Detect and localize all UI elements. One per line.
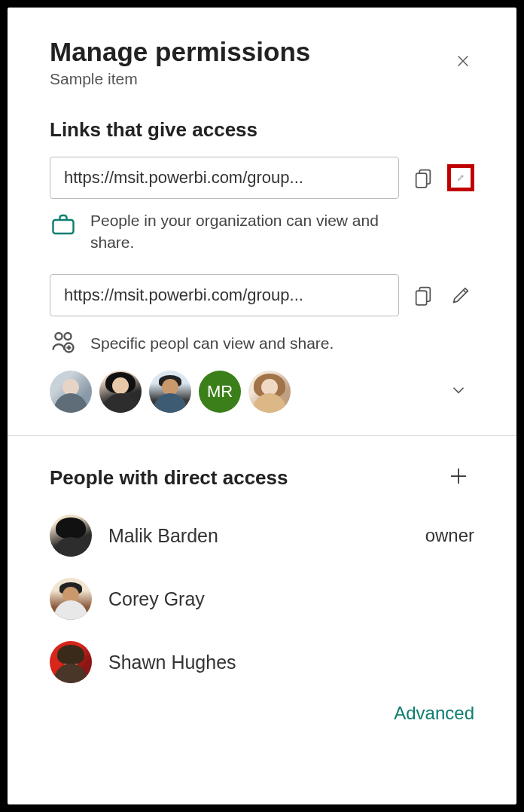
close-button[interactable] <box>449 47 477 78</box>
direct-access-title: People with direct access <box>50 466 288 490</box>
edit-link-button[interactable] <box>447 164 474 191</box>
add-person-button[interactable] <box>443 460 474 495</box>
copy-link-button[interactable] <box>410 164 437 191</box>
link-row: https://msit.powerbi.com/group... <box>50 274 474 316</box>
direct-access-header: People with direct access <box>8 436 516 504</box>
avatar[interactable] <box>248 371 291 413</box>
link-description-text: Specific peopl can view and share. <box>90 332 334 354</box>
person-name: Shawn Hughes <box>108 652 236 673</box>
copy-link-button[interactable] <box>410 282 437 309</box>
person-name: Corey Gray <box>108 588 205 610</box>
person-role: owner <box>425 525 474 546</box>
links-section-title: Links that give access <box>50 118 474 142</box>
link-row: https://msit.powerbi.com/group... <box>50 157 474 199</box>
copy-icon <box>413 285 434 306</box>
specific-people-icon <box>50 328 77 359</box>
svg-point-5 <box>56 333 62 340</box>
link-description-row: Specific peopl can view and share. <box>50 327 474 359</box>
avatar[interactable] <box>50 371 92 413</box>
link-description-text: People in your organization can view and… <box>90 209 407 254</box>
panel-footer: Advanced <box>8 694 516 742</box>
person-info: Corey Gray <box>50 578 205 620</box>
panel-header: Manage permissions Sample item <box>8 8 516 100</box>
edit-link-button[interactable] <box>447 282 474 309</box>
avatar <box>50 641 92 683</box>
person-row: Shawn Hughes <box>8 630 516 694</box>
person-row: Corey Gray <box>8 567 516 630</box>
avatars-row: MR <box>50 371 474 413</box>
svg-point-6 <box>65 333 72 340</box>
panel-title: Manage permissions <box>50 38 310 67</box>
avatar[interactable] <box>149 371 191 413</box>
link-url-field[interactable]: https://msit.powerbi.com/group... <box>50 157 399 199</box>
avatars-list: MR <box>50 371 291 413</box>
briefcase-icon <box>50 211 77 241</box>
person-info: Shawn Hughes <box>50 641 236 683</box>
avatar[interactable] <box>99 371 142 413</box>
avatar <box>50 578 92 620</box>
person-name: Malik Barden <box>108 525 218 547</box>
copy-icon <box>413 167 434 188</box>
person-row: Malik Barden owner <box>8 504 516 567</box>
chevron-down-icon <box>449 380 468 400</box>
pencil-icon <box>457 167 465 188</box>
svg-rect-1 <box>416 173 427 188</box>
manage-permissions-panel: Manage permissions Sample item Links tha… <box>8 8 516 804</box>
panel-subtitle: Sample item <box>50 70 310 88</box>
title-block: Manage permissions Sample item <box>50 38 310 88</box>
person-info: Malik Barden <box>50 514 218 557</box>
link-url-field[interactable]: https://msit.powerbi.com/group... <box>50 274 399 316</box>
avatar-initials[interactable]: MR <box>199 371 241 413</box>
svg-rect-4 <box>416 291 427 305</box>
links-section: Links that give access https://msit.powe… <box>8 100 516 436</box>
svg-rect-2 <box>53 220 74 234</box>
expand-avatars-button[interactable] <box>443 374 474 409</box>
advanced-link[interactable]: Advanced <box>394 703 474 724</box>
plus-icon <box>447 465 470 487</box>
pencil-icon <box>450 285 471 306</box>
close-icon <box>455 53 471 69</box>
link-description-row: People in your organization can view and… <box>50 209 474 254</box>
avatar <box>50 514 92 557</box>
